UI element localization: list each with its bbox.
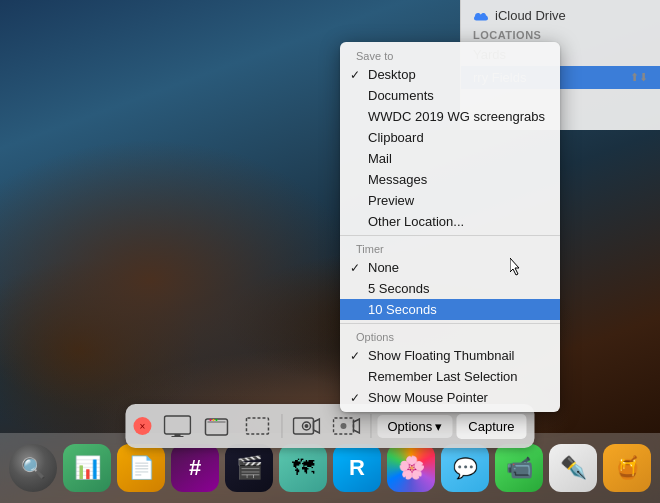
check-floating: ✓ <box>350 349 360 363</box>
toolbar-separator-2 <box>370 414 371 438</box>
menu-item-remember-selection[interactable]: Remember Last Selection <box>340 366 560 387</box>
options-button[interactable]: Options ▾ <box>377 415 452 438</box>
dock-item-messages[interactable]: 💬 <box>441 444 489 492</box>
save-to-label: Save to <box>340 46 560 64</box>
options-chevron: ▾ <box>435 419 442 434</box>
check-mouse: ✓ <box>350 391 360 405</box>
dock-item-numbers[interactable]: 📊 <box>63 444 111 492</box>
toolbar-separator-1 <box>281 414 282 438</box>
menu-item-messages[interactable]: Messages <box>340 169 560 190</box>
dock-item-maps[interactable]: 🗺 <box>279 444 327 492</box>
maps-icon: 🗺 <box>292 455 314 481</box>
menu-item-5seconds[interactable]: 5 Seconds <box>340 278 560 299</box>
menu-item-desktop[interactable]: ✓ Desktop <box>340 64 560 85</box>
photos-icon: 🌸 <box>398 455 425 481</box>
capture-selection-icon <box>243 415 271 437</box>
record-selection-icon <box>332 415 360 437</box>
check-none: ✓ <box>350 261 360 275</box>
facetime-icon: 📹 <box>506 455 533 481</box>
menu-item-preview[interactable]: Preview <box>340 190 560 211</box>
dock-item-photos[interactable]: 🌸 <box>387 444 435 492</box>
svg-marker-15 <box>353 419 359 433</box>
context-menu: Save to ✓ Desktop Documents WWDC 2019 WG… <box>340 42 560 412</box>
bar-icon: 🍯 <box>614 455 641 481</box>
dock-item-roblox[interactable]: R <box>333 444 381 492</box>
svg-rect-5 <box>209 419 211 421</box>
capture-button[interactable]: Capture <box>456 414 526 439</box>
timer-label: Timer <box>340 239 560 257</box>
svg-rect-6 <box>212 419 214 421</box>
menu-item-wwdc[interactable]: WWDC 2019 WG screengrabs <box>340 106 560 127</box>
icloud-drive-title: iCloud Drive <box>495 8 566 23</box>
record-selection-button[interactable] <box>328 411 364 441</box>
capture-label: Capture <box>468 419 514 434</box>
icloud-drive-header: iCloud Drive <box>461 0 660 27</box>
dock-item-pen[interactable]: ✒️ <box>549 444 597 492</box>
fcpx-icon: 🎬 <box>236 455 263 481</box>
dock-item-fcpx[interactable]: 🎬 <box>225 444 273 492</box>
options-label: Options <box>387 419 432 434</box>
menu-item-documents[interactable]: Documents <box>340 85 560 106</box>
svg-marker-12 <box>313 419 319 433</box>
capture-window-icon <box>203 415 231 437</box>
capture-selection-button[interactable] <box>239 411 275 441</box>
dock-item-bar[interactable]: 🍯 <box>603 444 651 492</box>
record-screen-button[interactable] <box>288 411 324 441</box>
scroll-arrows: ⬆⬇ <box>630 71 648 84</box>
dock-item-pages[interactable]: 📄 <box>117 444 165 492</box>
locations-label: Locations <box>461 27 660 43</box>
menu-item-other-location[interactable]: Other Location... <box>340 211 560 232</box>
svg-rect-7 <box>215 419 217 421</box>
capture-entire-screen-button[interactable] <box>159 411 195 441</box>
record-screen-icon <box>292 415 320 437</box>
menu-item-10seconds[interactable]: 10 Seconds <box>340 299 560 320</box>
pen-icon: ✒️ <box>560 455 587 481</box>
svg-rect-1 <box>174 434 180 436</box>
svg-rect-8 <box>246 418 268 434</box>
menu-item-show-mouse[interactable]: ✓ Show Mouse Pointer <box>340 387 560 408</box>
dock-item-facetime[interactable]: 📹 <box>495 444 543 492</box>
svg-point-11 <box>304 424 308 428</box>
dock-item-spotlight[interactable]: 🔍 <box>9 444 57 492</box>
messages-icon: 💬 <box>453 456 478 480</box>
capture-screen-icon <box>163 415 191 437</box>
menu-item-none[interactable]: ✓ None <box>340 257 560 278</box>
svg-rect-4 <box>207 421 225 423</box>
icloud-icon <box>473 10 489 22</box>
divider-1 <box>340 235 560 236</box>
check-desktop: ✓ <box>350 68 360 82</box>
svg-rect-2 <box>171 436 183 437</box>
dock-item-slack[interactable]: # <box>171 444 219 492</box>
divider-2 <box>340 323 560 324</box>
svg-rect-0 <box>164 416 190 434</box>
options-section-label: Options <box>340 327 560 345</box>
capture-window-button[interactable] <box>199 411 235 441</box>
menu-item-clipboard[interactable]: Clipboard <box>340 127 560 148</box>
toolbar-close-button[interactable]: × <box>133 417 151 435</box>
spotlight-icon: 🔍 <box>21 456 46 480</box>
numbers-icon: 📊 <box>74 455 101 481</box>
pages-icon: 📄 <box>128 455 155 481</box>
roblox-icon: R <box>349 455 365 481</box>
menu-item-mail[interactable]: Mail <box>340 148 560 169</box>
svg-point-14 <box>340 423 346 429</box>
menu-item-floating-thumbnail[interactable]: ✓ Show Floating Thumbnail <box>340 345 560 366</box>
slack-icon: # <box>189 455 201 481</box>
